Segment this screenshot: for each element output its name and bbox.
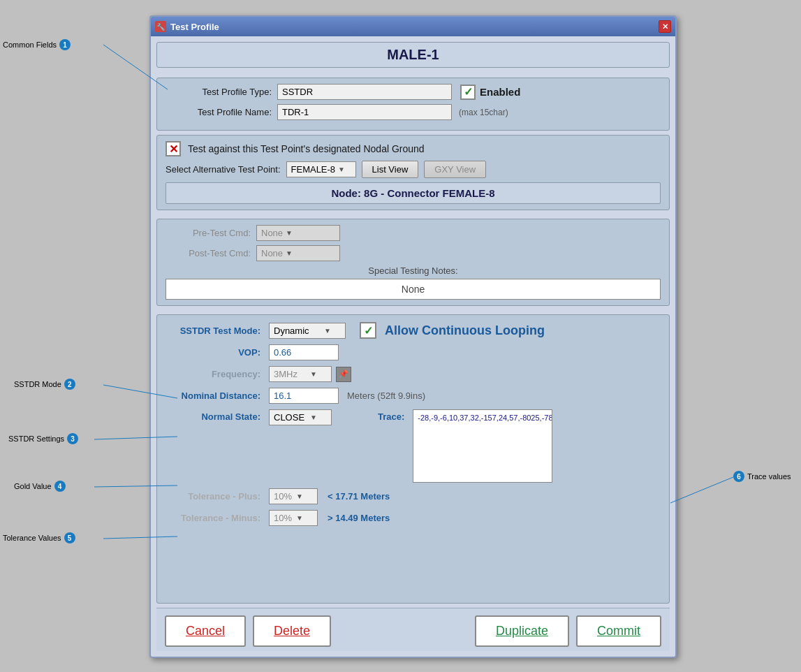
post-test-label: Post-Test Cmd: <box>166 248 256 258</box>
test-mode-value: Dynamic <box>274 326 309 336</box>
tolerance-plus-value: 10% <box>274 491 292 502</box>
normal-state-value: CLOSE <box>274 412 304 423</box>
allow-loop-label: Allow Continuous Looping <box>385 323 545 338</box>
trace-label: Trace: <box>378 411 404 422</box>
pre-test-dropdown[interactable]: None ▼ <box>256 225 340 241</box>
annotation-badge-4: 4 <box>54 481 66 492</box>
normal-state-dropdown[interactable]: CLOSE ▼ <box>269 409 332 425</box>
annotation-sstdr-settings: SSTDR Settings 3 <box>8 433 78 444</box>
freq-label: Frequency: <box>167 369 265 379</box>
gxy-view-button[interactable]: GXY View <box>424 161 486 178</box>
annotation-sstdr-mode-label: SSTDR Mode <box>14 380 61 388</box>
name-label: Test Profile Name: <box>166 107 277 117</box>
enabled-group: ✓ Enabled <box>460 85 520 100</box>
post-test-value: None <box>261 248 283 258</box>
test-mode-label: SSTDR Test Mode: <box>167 326 265 336</box>
annotation-badge-5: 5 <box>64 532 75 543</box>
annotation-tolerance: Tolerance Values 5 <box>3 532 75 543</box>
test-mode-arrow-icon: ▼ <box>324 327 331 335</box>
nodal-x-icon: ✕ <box>169 143 178 156</box>
dropdown-arrow-icon: ▼ <box>338 166 345 173</box>
commit-button[interactable]: Commit <box>576 615 661 647</box>
annotation-trace: 6 Trace values <box>733 471 791 482</box>
normal-state-arrow-icon: ▼ <box>310 414 317 421</box>
vop-input[interactable] <box>269 344 339 360</box>
nominal-input[interactable] <box>269 388 339 404</box>
close-button[interactable]: ✕ <box>659 20 671 33</box>
annotation-badge-2: 2 <box>64 379 75 390</box>
annotation-sstdr-settings-label: SSTDR Settings <box>8 434 64 443</box>
allow-loop-checkbox[interactable]: ✓ <box>360 322 376 339</box>
alt-point-value: FEMALE-8 <box>291 164 336 175</box>
pre-test-value: None <box>261 228 283 238</box>
list-view-button[interactable]: List View <box>362 161 419 178</box>
pre-test-label: Pre-Test Cmd: <box>166 228 256 238</box>
post-test-arrow-icon: ▼ <box>286 249 293 257</box>
window-content: MALE-1 Test Profile Type: ✓ Enabled Test… <box>151 36 675 657</box>
freq-dropdown[interactable]: 3MHz ▼ <box>269 366 332 382</box>
type-row: Test Profile Type: ✓ Enabled <box>166 84 661 100</box>
common-fields-panel: Test Profile Type: ✓ Enabled Test Profil… <box>156 78 670 131</box>
name-row: Test Profile Name: (max 15char) <box>166 104 661 120</box>
tolerance-plus-dropdown[interactable]: 10% ▼ <box>269 488 318 504</box>
tolerance-minus-value: 10% <box>274 513 292 523</box>
annotation-trace-label: Trace values <box>747 472 791 481</box>
trace-values-area: -28,-9,-6,10,37,32,-157,24,57,-8025,-786… <box>413 409 552 483</box>
enabled-label: Enabled <box>480 86 520 98</box>
tolerance-minus-threshold: > 14.49 Meters <box>328 513 390 523</box>
nominal-row: Nominal Distance: Meters (52ft 9.9ins) <box>167 388 659 404</box>
max-char-hint: (max 15char) <box>459 108 508 117</box>
cancel-button[interactable]: Cancel <box>165 615 246 647</box>
annotation-common-fields: Common Fields 1 <box>3 39 71 50</box>
type-input[interactable] <box>277 84 452 100</box>
pin-icon[interactable]: 📌 <box>336 367 351 382</box>
alt-point-dropdown[interactable]: FEMALE-8 ▼ <box>286 161 356 177</box>
tolerance-minus-dropdown[interactable]: 10% ▼ <box>269 510 318 526</box>
normal-state-label: Normal State: <box>167 411 265 422</box>
node-label: Node: 8G - Connector FEMALE-8 <box>166 182 661 204</box>
notes-field[interactable]: None <box>166 279 661 300</box>
nodal-row: ✕ Test against this Test Point's designa… <box>166 141 661 156</box>
tolerance-minus-row: Tolerance - Minus: 10% ▼ > 14.49 Meters <box>167 510 659 526</box>
allow-loop-checkmark: ✓ <box>364 324 373 337</box>
sstdr-section: SSTDR Test Mode: Dynamic ▼ ✓ Allow Conti… <box>156 314 670 604</box>
test-mode-row: SSTDR Test Mode: Dynamic ▼ ✓ Allow Conti… <box>167 322 659 339</box>
nominal-label: Nominal Distance: <box>167 390 265 401</box>
type-label: Test Profile Type: <box>166 87 277 97</box>
annotation-gold-value: Gold Value 4 <box>14 481 66 492</box>
nodal-checkbox[interactable]: ✕ <box>166 141 181 156</box>
annotation-badge-1: 1 <box>59 39 71 50</box>
duplicate-button[interactable]: Duplicate <box>475 615 569 647</box>
svg-line-5 <box>670 477 733 503</box>
test-mode-dropdown[interactable]: Dynamic ▼ <box>269 323 346 339</box>
annotation-tolerance-label: Tolerance Values <box>3 534 61 542</box>
annotation-badge-6: 6 <box>733 471 744 482</box>
window-icon: 🔧 <box>155 21 166 32</box>
freq-row: Frequency: 3MHz ▼ 📌 <box>167 366 659 382</box>
vop-row: VOP: <box>167 344 659 360</box>
title-bar: 🔧 Test Profile ✕ <box>151 17 675 36</box>
button-row: Cancel Delete Duplicate Commit <box>156 608 670 651</box>
normal-state-row: Normal State: CLOSE ▼ Trace: -28,-9,-6,1… <box>167 409 659 483</box>
enabled-checkmark: ✓ <box>464 85 473 98</box>
profile-title: MALE-1 <box>156 42 670 68</box>
nodal-text: Test against this Test Point's designate… <box>188 143 425 154</box>
tolerance-plus-threshold: < 17.71 Meters <box>328 491 390 502</box>
tolerance-minus-label: Tolerance - Minus: <box>167 513 265 523</box>
annotation-common-fields-label: Common Fields <box>3 41 57 49</box>
post-test-row: Post-Test Cmd: None ▼ <box>166 245 661 261</box>
delete-button[interactable]: Delete <box>253 615 331 647</box>
post-test-dropdown[interactable]: None ▼ <box>256 245 340 261</box>
test-profile-window: 🔧 Test Profile ✕ MALE-1 Test Profile Typ… <box>149 15 677 658</box>
window-title: Test Profile <box>170 22 219 32</box>
pre-test-row: Pre-Test Cmd: None ▼ <box>166 225 661 241</box>
notes-label: Special Testing Notes: <box>166 265 661 276</box>
annotation-sstdr-mode: SSTDR Mode 2 <box>14 379 75 390</box>
tol-plus-arrow-icon: ▼ <box>296 492 303 500</box>
nodal-section: ✕ Test against this Test Point's designa… <box>156 135 670 210</box>
alt-point-row: Select Alternative Test Point: FEMALE-8 … <box>166 161 661 178</box>
enabled-checkbox[interactable]: ✓ <box>460 85 476 100</box>
name-input[interactable] <box>277 104 452 120</box>
commands-section: Pre-Test Cmd: None ▼ Post-Test Cmd: None… <box>156 219 670 306</box>
trace-data: -28,-9,-6,10,37,32,-157,24,57,-8025,-786… <box>418 414 552 422</box>
